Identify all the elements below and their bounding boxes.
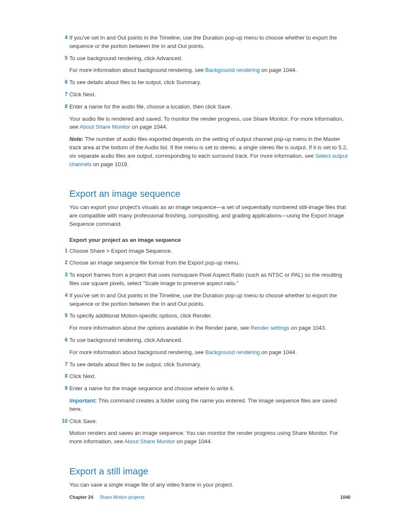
list-item: 3 To export frames from a project that u…	[69, 271, 351, 288]
step-text: To specify additional Motion-specific op…	[69, 312, 351, 320]
step-follow: For more information about the options a…	[69, 324, 351, 332]
step-text: Click Next.	[69, 90, 351, 99]
step-number: 4	[60, 34, 68, 42]
step-note: Note: The number of audio files exported…	[69, 135, 351, 168]
section-intro: You can save a single image file of any …	[69, 481, 351, 489]
step-number: 8	[60, 372, 68, 380]
list-item: 4 If you've set In and Out points in the…	[69, 34, 351, 50]
step-text: If you've set In and Out points in the T…	[69, 291, 351, 308]
list-item: 9 Enter a name for the image sequence an…	[69, 384, 351, 413]
step-text: Enter a name for the audio file, choose …	[69, 103, 351, 111]
step-number: 5	[60, 54, 68, 62]
chapter-label: Chapter 24	[69, 495, 93, 500]
step-text: Click Next.	[69, 372, 351, 381]
list-item: 1 Choose Share > Export Image Sequence.	[69, 247, 351, 255]
list-item: 10 Click Save. Motion renders and saves …	[69, 417, 351, 446]
list-item: 8 Enter a name for the audio file, choos…	[69, 103, 351, 169]
list-item: 4 If you've set In and Out points in the…	[69, 291, 351, 308]
step-number: 8	[60, 103, 68, 111]
sub-heading: Export your project as an image sequence	[69, 236, 351, 244]
list-item: 7 Click Next.	[69, 90, 351, 99]
step-text: To see details about files to be output,…	[69, 360, 351, 369]
list-item: 5 To specify additional Motion-specific …	[69, 312, 351, 332]
step-number: 10	[60, 417, 68, 425]
chapter-name-link[interactable]: Share Motion projects	[100, 495, 145, 500]
step-follow: Your audio file is rendered and saved. T…	[69, 115, 351, 132]
background-rendering-link[interactable]: Background rendering	[205, 67, 260, 73]
list-item: 2 Choose an image sequence file format f…	[69, 259, 351, 267]
footer-left: Chapter 24 Share Motion projects	[69, 494, 145, 501]
list-item: 6 To use background rendering, click Adv…	[69, 336, 351, 357]
step-number: 7	[60, 90, 68, 98]
step-number: 6	[60, 336, 68, 344]
page-content: 4 If you've set In and Out points in the…	[0, 0, 401, 489]
top-steps-list: 4 If you've set In and Out points in the…	[69, 34, 351, 168]
page-footer: Chapter 24 Share Motion projects 1040	[69, 494, 351, 501]
step-number: 3	[60, 271, 68, 279]
about-share-monitor-link[interactable]: About Share Monitor	[124, 438, 175, 445]
step-text: If you've set In and Out points in the T…	[69, 34, 351, 50]
step-number: 9	[60, 384, 68, 392]
step-number: 4	[60, 291, 68, 299]
background-rendering-link[interactable]: Background rendering	[205, 349, 260, 355]
section-title: Export a still image	[69, 464, 351, 478]
list-item: 7 To see details about files to be outpu…	[69, 360, 351, 369]
render-settings-link[interactable]: Render settings	[251, 325, 289, 331]
list-item: 6 To see details about files to be outpu…	[69, 78, 351, 87]
step-text: Choose Share > Export Image Sequence.	[69, 247, 351, 255]
step-text: To use background rendering, click Advan…	[69, 336, 351, 344]
step-number: 2	[60, 259, 68, 267]
step-text: Click Save.	[69, 417, 351, 426]
list-item: 5 To use background rendering, click Adv…	[69, 54, 351, 75]
section1-steps-list: 1 Choose Share > Export Image Sequence. …	[69, 247, 351, 446]
step-text: Enter a name for the image sequence and …	[69, 384, 351, 393]
section-title: Export an image sequence	[69, 187, 351, 201]
step-follow: Motion renders and saves an image sequen…	[69, 429, 351, 446]
section-intro: You can export your project's visuals as…	[69, 203, 351, 228]
step-number: 5	[60, 312, 68, 320]
list-item: 8 Click Next.	[69, 372, 351, 381]
step-follow: For more information about background re…	[69, 348, 351, 357]
step-number: 7	[60, 360, 68, 368]
section-export-image-sequence: Export an image sequence You can export …	[69, 187, 351, 446]
page-number: 1040	[340, 494, 351, 501]
step-number: 6	[60, 78, 68, 86]
step-important: Important: This command creates a folder…	[69, 397, 351, 413]
step-text: To see details about files to be output,…	[69, 78, 351, 87]
note-label: Note:	[69, 136, 85, 142]
step-text: To export frames from a project that use…	[69, 271, 351, 288]
step-number: 1	[60, 247, 68, 255]
step-text: To use background rendering, click Advan…	[69, 54, 351, 63]
important-label: Important:	[69, 397, 98, 404]
step-follow: For more information about background re…	[69, 66, 351, 74]
about-share-monitor-link[interactable]: About Share Monitor	[79, 124, 130, 130]
section-export-still-image: Export a still image You can save a sing…	[69, 464, 351, 489]
step-text: Choose an image sequence file format fro…	[69, 259, 351, 267]
